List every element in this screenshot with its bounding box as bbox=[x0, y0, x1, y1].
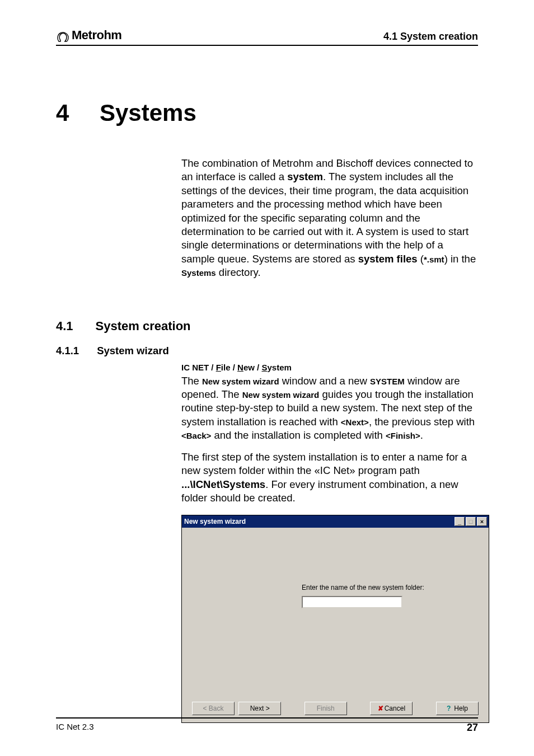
intro-bold-dir: Systems bbox=[181, 268, 216, 278]
chapter-heading: 4 Systems bbox=[56, 100, 478, 126]
brand: Metrohm bbox=[56, 28, 121, 43]
menu-path-file: ile bbox=[221, 363, 231, 372]
p1-bold: <Finish> bbox=[386, 431, 420, 440]
intro-bold-ext: *.smt bbox=[424, 255, 444, 264]
menu-path-file-u: F bbox=[216, 363, 221, 372]
p1-text: The bbox=[181, 375, 202, 387]
cancel-button[interactable]: ✘Cancel bbox=[370, 702, 413, 715]
help-label: Help bbox=[454, 705, 468, 712]
header-section-label: 4.1 System creation bbox=[383, 31, 478, 43]
wizard-title: New system wizard bbox=[184, 518, 246, 525]
menu-path-sep: / bbox=[209, 363, 216, 372]
back-button: < Back bbox=[192, 702, 235, 715]
p1-bold: <Back> bbox=[181, 431, 211, 440]
chapter-number: 4 bbox=[56, 100, 75, 126]
menu-path-system-u: S bbox=[261, 363, 267, 372]
intro-paragraph: The combination of Metrohm and Bischoff … bbox=[181, 157, 478, 280]
menu-path-sep: / bbox=[231, 363, 238, 372]
intro-text: ( bbox=[418, 253, 424, 265]
help-question-icon: ? bbox=[447, 705, 451, 712]
omega-flask-icon bbox=[56, 31, 69, 43]
close-button[interactable]: × bbox=[477, 517, 487, 526]
p1-bold: New system wizard bbox=[242, 390, 320, 400]
menu-path-app: IC NET bbox=[181, 363, 209, 372]
p1-bold: SYSTEM bbox=[370, 377, 405, 386]
intro-bold-systemfiles: system files bbox=[358, 253, 418, 265]
p1-text: and the installation is completed with bbox=[211, 429, 386, 441]
subsection-number: 4.1.1 bbox=[56, 345, 79, 357]
chapter-title: Systems bbox=[100, 100, 196, 126]
maximize-icon: □ bbox=[469, 519, 473, 525]
close-icon: × bbox=[480, 519, 484, 525]
next-button[interactable]: Next > bbox=[238, 702, 281, 715]
p1-text: window and a new bbox=[279, 375, 371, 387]
p2-text: The first step of the system installatio… bbox=[181, 451, 467, 476]
finish-button: Finish bbox=[305, 702, 347, 715]
intro-bold-system: system bbox=[287, 171, 323, 182]
cancel-label: Cancel bbox=[385, 705, 405, 712]
folder-name-input[interactable] bbox=[302, 596, 402, 608]
minimize-button[interactable]: _ bbox=[455, 517, 465, 526]
help-button[interactable]: ?Help bbox=[436, 702, 479, 715]
wizard-paragraph-2: The first step of the system installatio… bbox=[181, 450, 478, 505]
cancel-x-icon: ✘ bbox=[378, 705, 383, 712]
wizard-titlebar[interactable]: New system wizard _ □ × bbox=[182, 515, 489, 528]
menu-path-system: ystem bbox=[267, 363, 291, 372]
subsection-title: System wizard bbox=[97, 345, 169, 357]
footer-product: IC Net 2.3 bbox=[56, 722, 94, 734]
subsection-heading: 4.1.1 System wizard bbox=[56, 345, 478, 357]
page-number: 27 bbox=[467, 722, 478, 734]
p1-text: , the previous step with bbox=[369, 416, 475, 428]
menu-path-new-u: N bbox=[237, 363, 243, 372]
maximize-button: □ bbox=[466, 517, 476, 526]
p1-text: . bbox=[420, 429, 423, 441]
section-number: 4.1 bbox=[56, 319, 73, 334]
wizard-body: Enter the name of the new system folder: bbox=[182, 528, 489, 698]
new-system-wizard-window: New system wizard _ □ × Enter the name o… bbox=[181, 515, 489, 723]
minimize-icon: _ bbox=[458, 519, 461, 525]
p2-bold-path: ...\ICNet\Systems bbox=[181, 478, 265, 490]
intro-text: . The system includes all the settings o… bbox=[181, 171, 469, 264]
intro-text: directory. bbox=[216, 266, 261, 278]
menu-path-sep: / bbox=[255, 363, 262, 372]
p1-bold: <Next> bbox=[341, 417, 369, 427]
folder-name-label: Enter the name of the new system folder: bbox=[302, 584, 424, 591]
brand-name: Metrohm bbox=[72, 28, 121, 43]
intro-text: ) in the bbox=[444, 253, 476, 265]
page-header: Metrohm 4.1 System creation bbox=[56, 28, 478, 46]
section-heading: 4.1 System creation bbox=[56, 319, 478, 334]
menu-path: IC NET / File / New / System bbox=[181, 363, 478, 372]
menu-path-new: ew bbox=[243, 363, 255, 372]
section-title: System creation bbox=[96, 319, 191, 334]
page-footer: IC Net 2.3 27 bbox=[56, 717, 478, 734]
p1-bold: New system wizard bbox=[202, 377, 279, 386]
wizard-paragraph-1: The New system wizard window and a new S… bbox=[181, 374, 478, 443]
